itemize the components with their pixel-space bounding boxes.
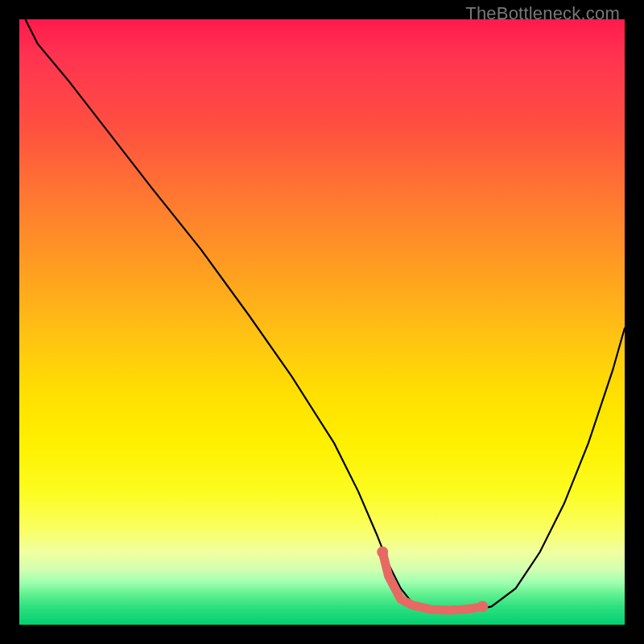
start-dot (377, 547, 388, 558)
end-dot (477, 601, 488, 612)
curve-line (26, 19, 625, 612)
chart-svg (19, 19, 625, 625)
chart-area (19, 19, 625, 625)
